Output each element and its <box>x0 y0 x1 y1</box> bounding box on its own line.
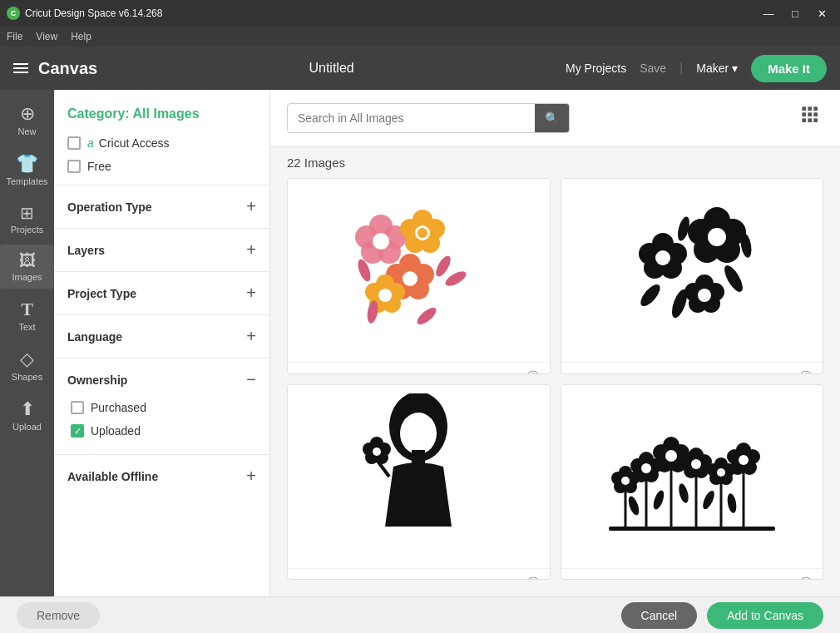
layers-expand-icon[interactable]: + <box>246 240 256 260</box>
filter-purchased[interactable]: Purchased <box>67 396 256 419</box>
image-card-footer-4: Uploaded ⓘ <box>561 568 823 581</box>
cricut-access-checkbox[interactable] <box>67 136 81 150</box>
image-card-1[interactable]: Uploaded ⓘ <box>287 178 551 374</box>
window-controls[interactable]: — □ ✕ <box>757 5 833 22</box>
svg-point-63 <box>400 413 437 454</box>
filter-uploaded[interactable]: ✓ Uploaded <box>67 419 256 443</box>
sidebar-item-templates[interactable]: 👕 Templates <box>0 146 54 193</box>
document-title[interactable]: Untitled <box>309 61 353 75</box>
svg-point-35 <box>443 269 468 289</box>
image-count: 22 Images <box>270 147 840 178</box>
app-logo: C <box>7 7 20 20</box>
image-label-3: Uploaded <box>298 577 348 580</box>
image-card-footer-2: Uploaded ⓘ <box>561 362 823 374</box>
svg-rect-3 <box>802 112 806 116</box>
make-it-button[interactable]: Make It <box>751 55 827 82</box>
search-input[interactable] <box>288 105 535 131</box>
project-type-expand-icon[interactable]: + <box>246 284 256 303</box>
svg-point-106 <box>717 468 725 477</box>
project-type-header[interactable]: Project Type + <box>67 284 256 303</box>
projects-icon: ⊞ <box>20 203 34 223</box>
ownership-header[interactable]: Ownership − <box>67 370 256 389</box>
purchased-checkbox[interactable] <box>71 401 84 414</box>
sidebar-item-projects[interactable]: ⊞ Projects <box>0 196 54 241</box>
svg-rect-4 <box>808 112 812 116</box>
svg-point-58 <box>721 263 746 294</box>
info-icon-4[interactable]: ⓘ <box>799 576 813 581</box>
available-offline-header[interactable]: Available Offline + <box>67 467 256 486</box>
svg-point-21 <box>418 228 427 238</box>
ownership-collapse-icon[interactable]: − <box>246 370 256 389</box>
sidebar-item-new[interactable]: ⊕ New <box>0 96 54 143</box>
svg-point-34 <box>433 254 453 279</box>
filter-section-operation-type: Operation Type + <box>54 185 269 228</box>
svg-point-113 <box>739 455 749 465</box>
my-projects-button[interactable]: My Projects <box>566 62 626 75</box>
filter-section-ownership: Ownership − Purchased ✓ Uploaded <box>54 358 269 454</box>
toolbar-divider: | <box>679 61 683 76</box>
filter-free[interactable]: Free <box>67 155 256 178</box>
title-bar: C Cricut Design Space v6.14.268 — □ ✕ <box>0 0 840 27</box>
free-checkbox[interactable] <box>67 160 81 173</box>
search-area: 🔍 <box>270 90 840 147</box>
image-card-footer-3: Uploaded ⓘ <box>288 568 550 581</box>
info-icon-1[interactable]: ⓘ <box>526 369 540 374</box>
remove-button[interactable]: Remove <box>17 602 100 629</box>
image-card-4[interactable]: Uploaded ⓘ <box>561 384 824 581</box>
info-icon-2[interactable]: ⓘ <box>799 369 813 374</box>
image-card-2[interactable]: Uploaded ⓘ <box>561 178 824 374</box>
sidebar-item-shapes[interactable]: ◇ Shapes <box>0 342 54 388</box>
filter-section-language: Language + <box>54 314 269 358</box>
sidebar-item-upload[interactable]: ⬆ Upload <box>0 392 54 438</box>
templates-icon: 👕 <box>16 153 38 175</box>
sidebar-item-text[interactable]: T Text <box>0 292 54 339</box>
filter-panel: Category: All Images a Cricut Access Fre… <box>54 90 270 596</box>
purchased-label: Purchased <box>91 401 146 414</box>
image-card-3[interactable]: Uploaded ⓘ <box>287 384 551 581</box>
hamburger-menu[interactable] <box>13 63 28 73</box>
menu-bar: File View Help <box>0 27 840 47</box>
filter-section-project-type: Project Type + <box>54 271 269 314</box>
operation-type-expand-icon[interactable]: + <box>246 197 256 216</box>
maker-button[interactable]: Maker ▾ <box>696 62 738 75</box>
grid-view-button[interactable] <box>800 105 823 132</box>
menu-file[interactable]: File <box>7 31 22 42</box>
filter-category-value[interactable]: All Images <box>133 106 200 121</box>
layers-header[interactable]: Layers + <box>67 240 256 260</box>
image-preview-1 <box>288 179 550 362</box>
close-button[interactable]: ✕ <box>810 5 833 22</box>
search-box[interactable]: 🔍 <box>287 103 570 133</box>
svg-point-14 <box>373 233 389 250</box>
filter-cricut-access[interactable]: a Cricut Access <box>67 131 256 155</box>
menu-help[interactable]: Help <box>71 31 91 42</box>
svg-point-38 <box>415 304 439 327</box>
save-button[interactable]: Save <box>640 62 666 75</box>
free-label: Free <box>87 160 111 173</box>
svg-point-27 <box>403 271 418 286</box>
menu-view[interactable]: View <box>36 31 57 42</box>
search-button[interactable]: 🔍 <box>535 104 569 132</box>
filter-section-available-offline: Available Offline + <box>54 454 269 497</box>
svg-rect-2 <box>813 106 818 111</box>
svg-point-85 <box>641 463 651 473</box>
language-header[interactable]: Language + <box>67 327 256 346</box>
main-layout: ⊕ New 👕 Templates ⊞ Projects 🖼 Images T … <box>0 90 840 596</box>
available-offline-expand-icon[interactable]: + <box>246 467 256 486</box>
sidebar-item-images[interactable]: 🖼 Images <box>0 245 54 289</box>
language-expand-icon[interactable]: + <box>246 327 256 346</box>
cancel-button[interactable]: Cancel <box>621 602 698 629</box>
text-icon: T <box>21 299 33 320</box>
info-icon-3[interactable]: ⓘ <box>526 576 540 581</box>
image-card-footer-1: Uploaded ⓘ <box>288 362 550 374</box>
maximize-button[interactable]: □ <box>783 5 807 22</box>
svg-rect-7 <box>808 118 812 122</box>
operation-type-header[interactable]: Operation Type + <box>67 197 256 216</box>
minimize-button[interactable]: — <box>757 5 780 22</box>
svg-point-117 <box>677 482 690 504</box>
svg-rect-114 <box>609 527 775 531</box>
uploaded-checkbox[interactable]: ✓ <box>71 424 84 438</box>
add-to-canvas-button[interactable]: Add to Canvas <box>707 602 823 629</box>
top-toolbar: Canvas Untitled My Projects Save | Maker… <box>0 47 840 90</box>
svg-point-56 <box>698 289 711 302</box>
svg-point-118 <box>700 489 716 511</box>
